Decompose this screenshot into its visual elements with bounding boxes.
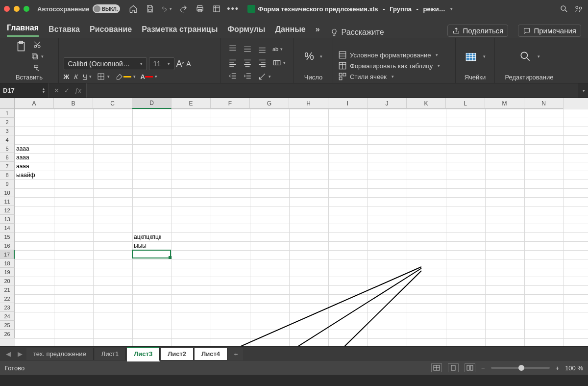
minimize-window[interactable] — [14, 6, 20, 12]
row-header-11[interactable]: 11 — [0, 197, 15, 206]
redo-icon[interactable] — [178, 3, 189, 14]
view-page-break-icon[interactable] — [465, 363, 475, 372]
print-icon[interactable] — [195, 3, 205, 14]
format-as-table-button[interactable]: Форматировать как таблицу▾ — [338, 61, 440, 70]
sheet-nav-prev[interactable]: ◀ — [3, 348, 14, 360]
more-icon[interactable]: ••• — [228, 3, 239, 14]
col-header-I[interactable]: I — [328, 98, 368, 109]
percent-icon[interactable]: % — [304, 50, 314, 63]
confirm-formula-icon[interactable]: ✓ — [64, 87, 70, 94]
add-sheet-button[interactable]: ＋ — [228, 348, 243, 360]
wrap-text-icon[interactable]: ab▾ — [272, 46, 283, 52]
decrease-indent-icon[interactable] — [228, 72, 237, 81]
increase-indent-icon[interactable] — [243, 72, 252, 81]
share-button[interactable]: Поделиться — [447, 25, 509, 37]
italic-button[interactable]: К — [74, 73, 78, 80]
bold-button[interactable]: Ж — [64, 73, 70, 80]
cell-A8[interactable]: ыаайф — [15, 171, 37, 180]
orientation-icon[interactable]: ▾ — [258, 72, 271, 81]
align-left-icon[interactable] — [228, 58, 237, 67]
underline-button[interactable]: Ч▾ — [83, 73, 92, 80]
col-header-E[interactable]: E — [172, 98, 211, 109]
row-header-18[interactable]: 18 — [0, 259, 15, 268]
view-normal-icon[interactable] — [431, 363, 442, 372]
tab-formulas[interactable]: Формулы — [227, 22, 265, 37]
row-header-20[interactable]: 20 — [0, 277, 15, 285]
cell-A5[interactable]: аааа — [15, 144, 31, 153]
tell-me-search[interactable]: Расскажите — [330, 28, 384, 37]
fill-color-icon[interactable]: ▾ — [115, 72, 136, 81]
maximize-window[interactable] — [24, 6, 29, 12]
row-header-15[interactable]: 15 — [0, 232, 15, 241]
font-name-select[interactable]: Calibri (Основной…▾ — [64, 57, 147, 70]
tab-home[interactable]: Главная — [7, 21, 39, 37]
row-header-2[interactable]: 2 — [0, 118, 15, 127]
name-box[interactable]: D17 ▲▼ — [0, 83, 49, 98]
col-header-N[interactable]: N — [524, 98, 564, 109]
zoom-in-button[interactable]: + — [556, 364, 560, 372]
col-header-D[interactable]: D — [132, 98, 172, 109]
align-bottom-icon[interactable] — [258, 45, 267, 53]
home-icon[interactable] — [128, 3, 139, 14]
col-header-M[interactable]: M — [485, 98, 524, 109]
cell-grid[interactable]: ааааааааааааыаайфацкпцкпцкыыы — [15, 109, 588, 346]
sheet-tab-list1[interactable]: Лист1 — [95, 348, 126, 360]
row-header-24[interactable]: 24 — [0, 312, 15, 321]
font-color-icon[interactable]: A▾ — [141, 73, 157, 80]
find-icon[interactable] — [519, 50, 532, 63]
row-header-8[interactable]: 8 — [0, 171, 15, 180]
row-header-25[interactable]: 25 — [0, 321, 15, 330]
sheet-tab-list4[interactable]: Лист4 — [195, 348, 227, 360]
col-header-L[interactable]: L — [446, 98, 485, 109]
select-all-corner[interactable] — [0, 98, 15, 109]
tab-data[interactable]: Данные — [275, 22, 306, 37]
col-header-H[interactable]: H — [289, 98, 328, 109]
cell-A6[interactable]: аааа — [15, 153, 31, 162]
row-header-6[interactable]: 6 — [0, 153, 15, 162]
tab-more[interactable]: » — [316, 22, 320, 37]
col-header-B[interactable]: B — [54, 98, 93, 109]
row-header-23[interactable]: 23 — [0, 303, 15, 312]
borders-icon[interactable]: ▾ — [97, 72, 110, 81]
paste-icon[interactable] — [15, 40, 27, 53]
fill-handle[interactable] — [169, 256, 172, 259]
row-header-7[interactable]: 7 — [0, 162, 15, 171]
cell-D16[interactable]: ыыы — [132, 241, 148, 250]
row-header-21[interactable]: 21 — [0, 285, 15, 294]
tab-draw[interactable]: Рисование — [90, 22, 132, 37]
row-header-19[interactable]: 19 — [0, 268, 15, 277]
align-middle-icon[interactable] — [243, 45, 252, 53]
row-header-13[interactable]: 13 — [0, 215, 15, 224]
zoom-out-button[interactable]: − — [481, 364, 485, 372]
sheet-tab-list3[interactable]: Лист3 — [127, 347, 160, 361]
col-header-J[interactable]: J — [368, 98, 407, 109]
row-header-26[interactable]: 26 — [0, 330, 15, 338]
align-top-icon[interactable] — [228, 45, 237, 53]
sheet-tab-tech[interactable]: тех. предложение — [26, 348, 94, 360]
merge-icon[interactable]: ▾ — [272, 58, 286, 67]
active-cell[interactable] — [132, 250, 171, 258]
row-header-10[interactable]: 10 — [0, 188, 15, 197]
fx-icon[interactable]: ƒx — [74, 87, 81, 94]
cell-D15[interactable]: ацкпцкпцк — [132, 232, 163, 241]
col-header-K[interactable]: K — [407, 98, 446, 109]
share-ribbon-icon[interactable] — [573, 3, 584, 14]
template-icon[interactable] — [211, 3, 222, 14]
decrease-font-icon[interactable]: Aˇ — [186, 60, 192, 68]
col-header-A[interactable]: A — [15, 98, 54, 109]
save-icon[interactable] — [145, 3, 155, 14]
row-header-14[interactable]: 14 — [0, 224, 15, 232]
sheet-nav-next[interactable]: ▶ — [15, 348, 25, 360]
row-header-12[interactable]: 12 — [0, 206, 15, 215]
row-header-3[interactable]: 3 — [0, 127, 15, 135]
sheet-tab-list2[interactable]: Лист2 — [161, 348, 194, 360]
font-size-select[interactable]: 11▾ — [149, 57, 174, 70]
close-window[interactable] — [4, 6, 10, 12]
cell-A7[interactable]: аааа — [15, 162, 31, 171]
row-header-1[interactable]: 1 — [0, 109, 15, 118]
autosave-switch[interactable]: ВЫКЛ. — [93, 4, 120, 13]
tab-insert[interactable]: Вставка — [49, 22, 80, 37]
tab-layout[interactable]: Разметка страницы — [142, 22, 218, 37]
align-center-icon[interactable] — [243, 58, 252, 67]
format-painter-icon[interactable] — [30, 64, 44, 73]
